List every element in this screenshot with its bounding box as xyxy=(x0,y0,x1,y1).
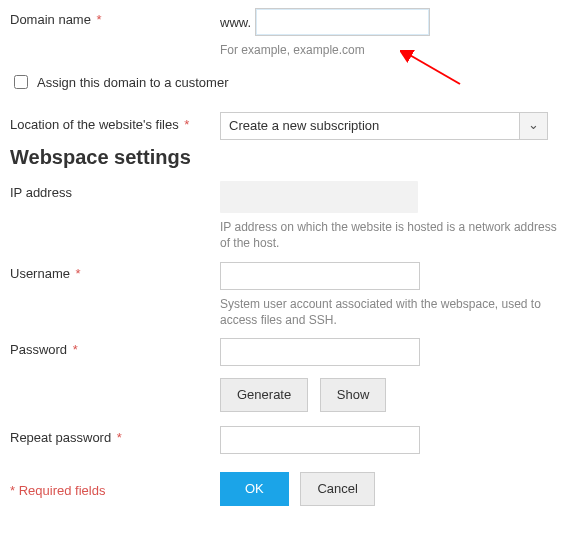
domain-name-input[interactable] xyxy=(255,8,430,36)
show-button[interactable]: Show xyxy=(320,378,387,412)
username-hint: System user account associated with the … xyxy=(220,296,564,328)
required-asterisk: * xyxy=(117,430,122,445)
cancel-button[interactable]: Cancel xyxy=(300,472,374,506)
password-input[interactable] xyxy=(220,338,420,366)
ip-address-label: IP address xyxy=(10,185,72,200)
domain-name-label: Domain name xyxy=(10,12,91,27)
chevron-down-icon: ⌄ xyxy=(528,117,539,132)
location-select[interactable]: Create a new subscription xyxy=(220,112,520,140)
ip-address-hint: IP address on which the website is hoste… xyxy=(220,219,564,251)
webspace-settings-heading: Webspace settings xyxy=(10,146,564,169)
repeat-password-label: Repeat password xyxy=(10,430,111,445)
domain-hint: For example, example.com xyxy=(220,42,564,58)
required-asterisk: * xyxy=(184,117,189,132)
generate-button[interactable]: Generate xyxy=(220,378,308,412)
location-select-toggle[interactable]: ⌄ xyxy=(520,112,548,140)
location-label: Location of the website's files xyxy=(10,117,179,132)
assign-customer-checkbox[interactable] xyxy=(14,75,28,89)
repeat-password-input[interactable] xyxy=(220,426,420,454)
username-label: Username xyxy=(10,266,70,281)
required-fields-note: * Required fields xyxy=(10,479,220,498)
ip-address-value xyxy=(220,181,418,213)
password-label: Password xyxy=(10,342,67,357)
assign-customer-label: Assign this domain to a customer xyxy=(37,75,228,90)
ok-button[interactable]: OK xyxy=(220,472,289,506)
domain-prefix: www. xyxy=(220,15,251,30)
required-asterisk: * xyxy=(97,12,102,27)
required-asterisk: * xyxy=(76,266,81,281)
required-asterisk: * xyxy=(73,342,78,357)
username-input[interactable] xyxy=(220,262,420,290)
